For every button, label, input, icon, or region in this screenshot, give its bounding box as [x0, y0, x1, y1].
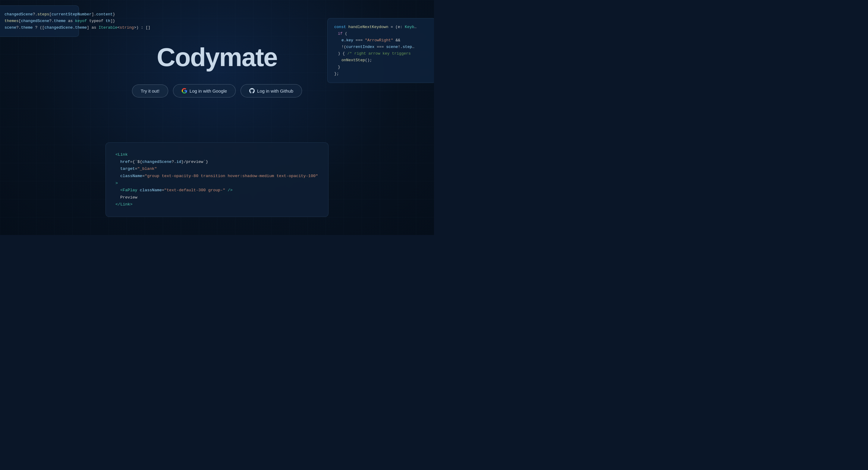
cb-line-8: </Link>: [116, 201, 318, 208]
cb-line-7: Preview: [116, 194, 318, 201]
google-login-button[interactable]: Log in with Google: [173, 84, 236, 97]
google-button-label: Log in with Google: [190, 88, 227, 93]
cb-line-4: className="group text-opacity-80 transit…: [116, 173, 318, 180]
github-button-label: Log in with Github: [257, 88, 293, 93]
cb-line-2: href={`${changedScene?.id}/preview`}: [116, 158, 318, 166]
app-title: Codymate: [157, 42, 277, 72]
hero-section: Codymate Try it out! Log in with Google: [0, 0, 434, 97]
cb-line-1: <Link: [116, 151, 318, 158]
try-button-label: Try it out!: [141, 88, 159, 93]
try-it-out-button[interactable]: Try it out!: [132, 85, 168, 97]
code-snippet-bottom: <Link href={`${changedScene?.id}/preview…: [105, 142, 329, 217]
cb-line-6: <FaPlay className="text-default-300 grou…: [116, 187, 318, 194]
cb-line-3: target="_blank": [116, 165, 318, 173]
github-icon: [249, 88, 255, 93]
google-icon: [182, 88, 187, 93]
buttons-row: Try it out! Log in with Google Log in: [132, 84, 302, 97]
cb-line-5: >: [116, 180, 318, 187]
github-login-button[interactable]: Log in with Github: [241, 84, 302, 97]
